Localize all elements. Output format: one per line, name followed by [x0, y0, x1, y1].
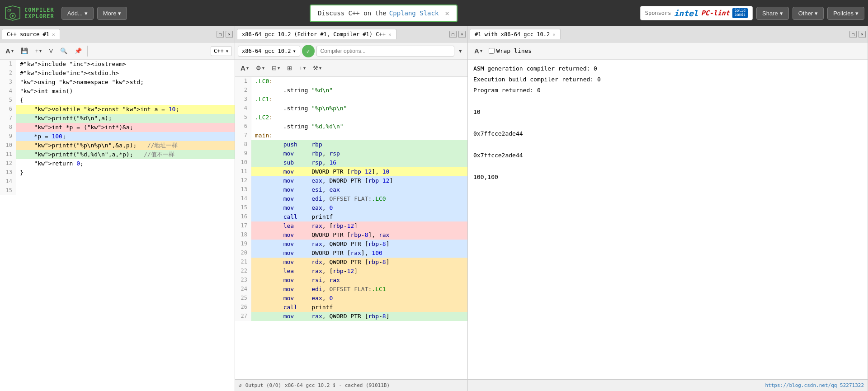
logo-area: CE COMPILER EXPLORER — [4, 4, 54, 22]
asm-line: 15 mov eax, 0 — [235, 203, 467, 212]
wrap-lines-checkbox-area[interactable]: Wrap lines — [489, 47, 532, 54]
asm-line: 5.LC2: — [235, 113, 467, 122]
asm-window-controls: □ × — [449, 31, 466, 38]
output-status-bar: https://blog.csdn.net/qq_52271322 — [468, 379, 868, 391]
add-item-button[interactable]: + ▾ — [33, 46, 45, 56]
asm-columns-button[interactable]: ⊞ — [284, 63, 295, 73]
toolbar-separator — [87, 46, 88, 57]
source-minimize-button[interactable]: □ — [217, 31, 224, 38]
cached-status: - cached (91011B) — [339, 382, 390, 388]
text-size-icon: A — [474, 47, 479, 55]
line-number: 10 — [0, 141, 16, 150]
output-font-size-button[interactable]: A ▾ — [472, 46, 485, 56]
text-size-icon: A — [5, 47, 10, 55]
asm-line: 8 push rbp — [235, 140, 467, 149]
other-button[interactable]: Other ▾ — [793, 7, 824, 20]
compiler-options-input[interactable] — [316, 46, 454, 57]
asm-tab-close[interactable]: × — [388, 32, 392, 38]
asm-line: 7main: — [235, 131, 467, 140]
svg-text:CE: CE — [7, 9, 12, 13]
asm-line-content: mov DWORD PTR [rbp-12], 10 — [251, 167, 467, 176]
line-number: 8 — [0, 123, 16, 132]
intel-sponsor: intel — [674, 9, 698, 18]
line-number: 20 — [235, 249, 251, 258]
output-line: 100,100 — [473, 172, 862, 183]
asm-line: 19 mov rax, QWORD PTR [rbp-8] — [235, 240, 467, 249]
source-tab-bar: C++ source #1 × □ × — [0, 26, 235, 42]
save-icon: 💾 — [21, 47, 28, 54]
asm-line-content: push rbp — [251, 140, 467, 149]
asm-minimize-button[interactable]: □ — [449, 31, 457, 38]
output-line — [473, 96, 862, 107]
line-number: 19 — [235, 240, 251, 249]
source-line: 1#"kw">include "inc"><iostream> — [0, 60, 235, 69]
line-content: "kw">using "kw">namespace "kw">std; — [16, 78, 235, 87]
asm-tab[interactable]: x86-64 gcc 10.2 (Editor #1, Compiler #1)… — [237, 29, 396, 39]
chevron-down-icon: ▾ — [226, 48, 229, 54]
line-number: 12 — [235, 176, 251, 185]
edit-button[interactable]: V — [46, 46, 56, 56]
asm-line-content: mov rsi, rax — [251, 276, 467, 285]
output-maximize-button[interactable]: × — [859, 31, 866, 38]
source-code-area[interactable]: 1#"kw">include "inc"><iostream>2#"kw">in… — [0, 60, 235, 391]
source-maximize-button[interactable]: × — [226, 31, 233, 38]
output-tab-close[interactable]: × — [552, 32, 556, 38]
chevron-down-icon: ▾ — [292, 48, 296, 54]
info-icon[interactable]: ℹ — [333, 382, 335, 388]
source-window-controls: □ × — [217, 31, 233, 38]
output-line — [473, 118, 862, 128]
refresh-icon[interactable]: ↺ — [239, 382, 242, 388]
search-button[interactable]: 🔍 — [57, 46, 70, 56]
plus-icon: + — [299, 65, 303, 71]
policies-button[interactable]: Policies ▾ — [827, 7, 864, 20]
pin-button[interactable]: 📌 — [72, 46, 85, 56]
line-number: 14 — [235, 194, 251, 203]
output-tab-label: #1 with x86-64 gcc 10.2 — [475, 31, 550, 38]
save-button[interactable]: 💾 — [18, 46, 31, 56]
discuss-close-button[interactable]: × — [445, 9, 449, 18]
asm-code-area[interactable]: 1.LC0:2 .string "%d\n"3.LC1:4 .string "%… — [235, 77, 467, 379]
compiler-select[interactable]: x86-64 gcc 10.2 ▾ — [238, 46, 300, 57]
asm-line-content: mov edi, OFFSET FLAT:.LC0 — [251, 194, 467, 203]
output-line — [473, 161, 862, 172]
more-button[interactable]: More ▾ — [97, 7, 127, 20]
source-line: 8 "kw">int *p = ("kw">int*)&a; — [0, 123, 235, 132]
asm-settings-button[interactable]: ⚙ ▾ — [253, 63, 267, 73]
line-number: 26 — [235, 303, 251, 312]
cpplang-slack-link[interactable]: Cpplang Slack — [389, 9, 439, 17]
compiler-bar: x86-64 gcc 10.2 ▾ ✓ ▾ — [235, 42, 467, 60]
asm-line: 14 mov edi, OFFSET FLAT:.LC0 — [235, 194, 467, 203]
output-count: Output (0/0) — [245, 382, 281, 388]
source-tab-close[interactable]: × — [52, 32, 55, 38]
font-size-button[interactable]: A ▾ — [3, 46, 16, 56]
footer-link[interactable]: https://blog.csdn.net/qq_52271322 — [765, 382, 864, 388]
source-toolbar: A ▾ 💾 + ▾ V 🔍 📌 C++ ▾ — [0, 42, 235, 60]
line-content — [16, 177, 235, 186]
columns-icon: ⊞ — [287, 65, 292, 71]
line-content: #"kw">include"inc"><stdio.h> — [16, 69, 235, 78]
asm-filter-button[interactable]: ⊟ ▾ — [269, 63, 283, 73]
asm-wrench-button[interactable]: ⚒ ▾ — [310, 63, 324, 73]
wrap-lines-checkbox[interactable] — [489, 48, 495, 54]
share-button[interactable]: Share ▾ — [756, 7, 789, 20]
language-select[interactable]: C++ ▾ — [211, 46, 232, 56]
line-number: 15 — [0, 186, 16, 195]
asm-add-button[interactable]: + ▾ — [297, 63, 309, 73]
output-window-controls: □ × — [849, 31, 866, 38]
asm-line-content: sub rsp, 16 — [251, 158, 467, 167]
source-line: 15 — [0, 186, 235, 195]
line-number: 17 — [235, 221, 251, 231]
output-minimize-button[interactable]: □ — [849, 31, 857, 38]
add-button[interactable]: Add... ▾ — [61, 7, 94, 20]
source-line: 11 "kw">printf("%d,%d\n",a,*p); //值不一样 — [0, 150, 235, 159]
chevron-down-icon: ▾ — [303, 66, 306, 71]
asm-tab-bar: x86-64 gcc 10.2 (Editor #1, Compiler #1)… — [235, 26, 467, 42]
source-line: 2#"kw">include"inc"><stdio.h> — [0, 69, 235, 78]
asm-maximize-button[interactable]: × — [458, 31, 466, 38]
compiler-options-expand[interactable]: ▾ — [456, 46, 465, 56]
plus-icon: + — [35, 47, 39, 54]
asm-line: 12 mov eax, DWORD PTR [rbp-12] — [235, 176, 467, 185]
asm-font-size-button[interactable]: A ▾ — [238, 63, 251, 73]
source-tab[interactable]: C++ source #1 × — [2, 29, 60, 39]
output-tab[interactable]: #1 with x86-64 gcc 10.2 × — [470, 29, 561, 39]
